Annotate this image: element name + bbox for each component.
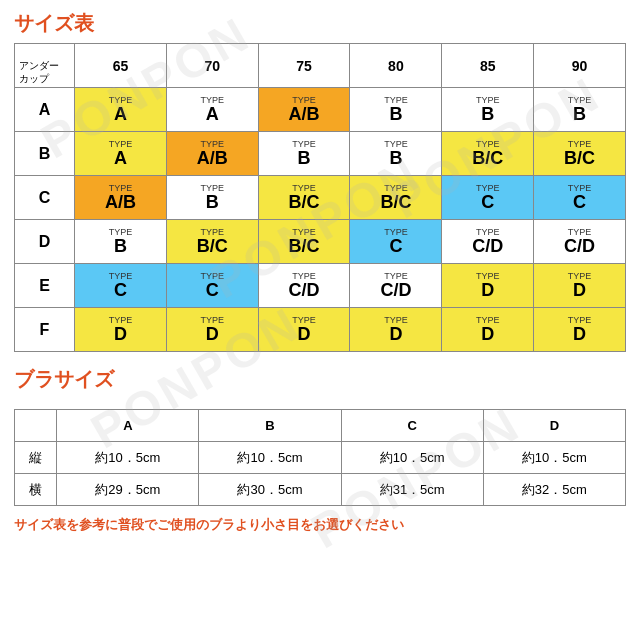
cell-F-3: TYPED — [350, 308, 442, 352]
cell-B-0: TYPEA — [75, 132, 167, 176]
cell-F-1: TYPED — [166, 308, 258, 352]
cell-F-0: TYPED — [75, 308, 167, 352]
size-table: アンダーカップ657075808590ATYPEATYPEATYPEA/BTYP… — [14, 43, 626, 352]
cell-A-0: TYPEA — [75, 88, 167, 132]
size-row-E: ETYPECTYPECTYPEC/DTYPEC/DTYPEDTYPED — [15, 264, 626, 308]
cell-C-2: TYPEB/C — [258, 176, 350, 220]
size-row-F: FTYPEDTYPEDTYPEDTYPEDTYPEDTYPED — [15, 308, 626, 352]
cell-C-4: TYPEC — [442, 176, 534, 220]
cell-A-1: TYPEA — [166, 88, 258, 132]
col-header-80: 80 — [350, 44, 442, 88]
bra-cell-1-0: 約29．5cm — [57, 474, 199, 506]
col-header-70: 70 — [166, 44, 258, 88]
cell-F-5: TYPED — [534, 308, 626, 352]
bra-col-header-C: C — [341, 410, 483, 442]
cell-C-1: TYPEB — [166, 176, 258, 220]
col-header-90: 90 — [534, 44, 626, 88]
bra-row-横: 横約29．5cm約30．5cm約31．5cm約32．5cm — [15, 474, 626, 506]
cell-B-1: TYPEA/B — [166, 132, 258, 176]
cell-D-1: TYPEB/C — [166, 220, 258, 264]
cell-B-2: TYPEB — [258, 132, 350, 176]
bra-col-header-B: B — [199, 410, 341, 442]
bra-col-header-D: D — [483, 410, 625, 442]
section-title-bra: ブラサイズ — [14, 366, 626, 393]
cell-E-4: TYPED — [442, 264, 534, 308]
bra-col-header-A: A — [57, 410, 199, 442]
cell-E-5: TYPED — [534, 264, 626, 308]
cell-F-2: TYPED — [258, 308, 350, 352]
bra-cell-1-2: 約31．5cm — [341, 474, 483, 506]
size-row-D: DTYPEBTYPEB/CTYPEB/CTYPECTYPEC/DTYPEC/D — [15, 220, 626, 264]
bra-row-header-縦: 縦 — [15, 442, 57, 474]
bra-row-縦: 縦約10．5cm約10．5cm約10．5cm約10．5cm — [15, 442, 626, 474]
cell-A-5: TYPEB — [534, 88, 626, 132]
row-header-C: C — [15, 176, 75, 220]
size-row-C: CTYPEA/BTYPEBTYPEB/CTYPEB/CTYPECTYPEC — [15, 176, 626, 220]
cell-C-3: TYPEB/C — [350, 176, 442, 220]
cell-F-4: TYPED — [442, 308, 534, 352]
row-header-E: E — [15, 264, 75, 308]
cell-E-3: TYPEC/D — [350, 264, 442, 308]
section-title-size: サイズ表 — [14, 10, 626, 37]
footer-note: サイズ表を参考に普段でご使用のブラより小さ目をお選びください — [14, 516, 626, 534]
cell-C-5: TYPEC — [534, 176, 626, 220]
col-header-75: 75 — [258, 44, 350, 88]
col-header-65: 65 — [75, 44, 167, 88]
cell-D-0: TYPEB — [75, 220, 167, 264]
cell-C-0: TYPEA/B — [75, 176, 167, 220]
row-header-D: D — [15, 220, 75, 264]
row-header-A: A — [15, 88, 75, 132]
bra-cell-0-0: 約10．5cm — [57, 442, 199, 474]
cell-E-2: TYPEC/D — [258, 264, 350, 308]
cell-E-1: TYPEC — [166, 264, 258, 308]
cell-D-2: TYPEB/C — [258, 220, 350, 264]
bra-cell-0-1: 約10．5cm — [199, 442, 341, 474]
cell-E-0: TYPEC — [75, 264, 167, 308]
corner-cell: アンダーカップ — [15, 44, 75, 88]
cell-D-5: TYPEC/D — [534, 220, 626, 264]
col-header-85: 85 — [442, 44, 534, 88]
cell-A-4: TYPEB — [442, 88, 534, 132]
size-row-A: ATYPEATYPEATYPEA/BTYPEBTYPEBTYPEB — [15, 88, 626, 132]
bra-cell-1-1: 約30．5cm — [199, 474, 341, 506]
bra-cell-0-3: 約10．5cm — [483, 442, 625, 474]
cell-D-4: TYPEC/D — [442, 220, 534, 264]
cell-B-5: TYPEB/C — [534, 132, 626, 176]
bra-corner — [15, 410, 57, 442]
size-row-B: BTYPEATYPEA/BTYPEBTYPEBTYPEB/CTYPEB/C — [15, 132, 626, 176]
cell-A-3: TYPEB — [350, 88, 442, 132]
cell-B-4: TYPEB/C — [442, 132, 534, 176]
bra-size-table: ABCD縦約10．5cm約10．5cm約10．5cm約10．5cm横約29．5c… — [14, 409, 626, 506]
cell-A-2: TYPEA/B — [258, 88, 350, 132]
row-header-B: B — [15, 132, 75, 176]
row-header-F: F — [15, 308, 75, 352]
cell-B-3: TYPEB — [350, 132, 442, 176]
bra-cell-1-3: 約32．5cm — [483, 474, 625, 506]
bra-cell-0-2: 約10．5cm — [341, 442, 483, 474]
bra-row-header-横: 横 — [15, 474, 57, 506]
cell-D-3: TYPEC — [350, 220, 442, 264]
